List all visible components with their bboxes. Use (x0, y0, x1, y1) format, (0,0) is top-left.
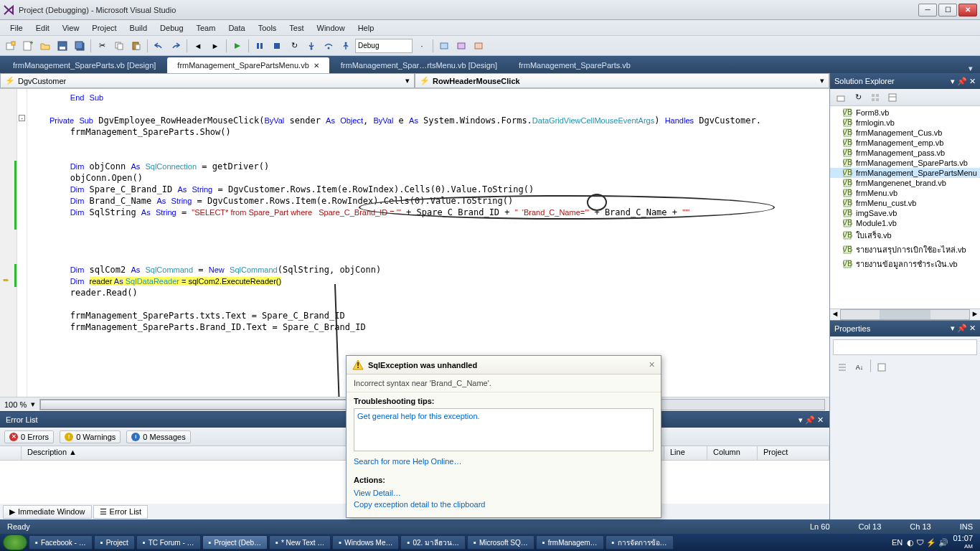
tree-item[interactable]: VBfrmManagement_SparePartsMenu (830, 168, 980, 178)
step-over-button[interactable] (321, 38, 336, 54)
nav-back-button[interactable]: ◄ (190, 38, 206, 54)
exception-close-icon[interactable]: ✕ (649, 360, 655, 369)
doc-tab-3[interactable]: frmManagement_SpareParts.vb (509, 57, 641, 73)
start-button[interactable] (3, 534, 27, 550)
close-tab-icon[interactable]: ✕ (314, 62, 319, 70)
code-editor[interactable]: - ➨ End Sub Private Sub DgvEmployee_RowH… (0, 89, 829, 397)
doc-tab-1[interactable]: frmManagement_SparePartsMenu.vb✕ (167, 57, 329, 73)
panel-pin-icon[interactable]: 📌 (957, 77, 967, 85)
menu-view[interactable]: View (57, 22, 85, 34)
taskbar-button[interactable]: ▪Windows Me… (332, 535, 399, 550)
menu-project[interactable]: Project (86, 22, 122, 34)
errors-filter[interactable]: ✕0 Errors (4, 430, 54, 443)
copy-button[interactable] (111, 38, 127, 54)
menu-edit[interactable]: Edit (30, 22, 55, 34)
tab-immediate[interactable]: ▶Immediate Window (3, 505, 92, 519)
tip-link[interactable]: Get general help for this exception. (357, 412, 480, 420)
method-dropdown[interactable]: ⚡RowHeaderMouseClick▾ (415, 73, 829, 88)
se-showall-button[interactable] (867, 90, 883, 105)
open-button[interactable] (37, 38, 53, 54)
tree-item[interactable]: VBfrmManagement_pass.vb (830, 148, 980, 158)
stop-button[interactable] (269, 38, 285, 54)
props-pages-button[interactable] (874, 359, 890, 375)
save-all-button[interactable] (72, 38, 88, 54)
tree-item[interactable]: VBModule1.vb (830, 218, 980, 228)
undo-button[interactable] (151, 38, 166, 54)
taskbar-button[interactable]: ▪* New Text … (269, 535, 331, 550)
col-project[interactable]: Project (758, 446, 829, 460)
panel-close-icon[interactable]: ✕ (817, 415, 824, 424)
system-tray[interactable]: EN ◐ 🛡 ⚡ 🔊 01:07AM (892, 534, 977, 550)
config-dropdown[interactable]: Debug (355, 39, 413, 53)
minimize-button[interactable]: ─ (918, 4, 937, 17)
lang-indicator[interactable]: EN (892, 538, 903, 547)
tool-a[interactable]: · (414, 38, 430, 54)
se-home-button[interactable] (833, 90, 849, 105)
taskbar-button[interactable]: ▪frmManagem… (536, 535, 604, 550)
menu-help[interactable]: Help (352, 22, 380, 34)
class-dropdown[interactable]: ⚡DgvCustomer▾ (0, 73, 415, 88)
tree-item[interactable]: VBfrmlogin.vb (830, 118, 980, 128)
step-into-button[interactable] (303, 38, 319, 54)
tree-item[interactable]: VBfrmMenu.vb (830, 188, 980, 198)
new-project-button[interactable] (3, 38, 19, 54)
tree-item[interactable]: VBfrmMenu_cust.vb (830, 198, 980, 208)
restart-button[interactable]: ↻ (286, 38, 302, 54)
col-column[interactable]: Column (707, 446, 758, 460)
break-button[interactable] (252, 38, 268, 54)
taskbar-button[interactable]: ▪02. มาลีฮวน… (400, 535, 466, 550)
close-button[interactable]: ✕ (958, 4, 977, 17)
taskbar-button[interactable]: ▪Project (Deb… (202, 535, 268, 550)
menu-window[interactable]: Window (311, 22, 351, 34)
tree-item[interactable]: VBForm8.vb (830, 108, 980, 118)
panel-menu-icon[interactable]: ▾ (951, 324, 955, 332)
solution-tree[interactable]: VBForm8.vbVBfrmlogin.vbVBfrmManagement_C… (830, 106, 980, 309)
step-out-button[interactable] (338, 38, 354, 54)
warnings-filter[interactable]: !0 Warnings (60, 430, 121, 443)
tree-scroll[interactable]: ◄► (830, 309, 980, 320)
tab-error-list[interactable]: ☰Error List (93, 505, 149, 519)
view-detail-link[interactable]: View Detail… (354, 489, 401, 497)
menu-debug[interactable]: Debug (154, 22, 189, 34)
taskbar-button[interactable]: ▪TC Forum - … (136, 535, 201, 550)
panel-pin-icon[interactable]: 📌 (957, 324, 967, 332)
maximize-button[interactable]: ☐ (938, 4, 957, 17)
search-help-link[interactable]: Search for more Help Online… (354, 457, 461, 466)
menu-test[interactable]: Test (283, 22, 309, 34)
taskbar-button[interactable]: ▪Microsoft SQ… (467, 535, 534, 550)
taskbar-button[interactable]: ▪การจัดการข้อ… (606, 535, 674, 550)
cut-button[interactable]: ✂ (94, 38, 110, 54)
menu-file[interactable]: File (4, 22, 29, 34)
panel-close-icon[interactable]: ✕ (969, 77, 976, 85)
doc-tab-2[interactable]: frmManagement_Spar…rtsMenu.vb [Design] (331, 57, 507, 73)
menu-team[interactable]: Team (191, 22, 222, 34)
tool-b[interactable] (436, 38, 452, 54)
se-refresh-button[interactable]: ↻ (850, 90, 866, 105)
copy-exception-link[interactable]: Copy exception detail to the clipboard (354, 500, 485, 509)
tab-overflow-icon[interactable]: ▾ (964, 64, 977, 73)
props-categorized-button[interactable] (834, 359, 850, 375)
nav-fwd-button[interactable]: ► (207, 38, 223, 54)
tree-item[interactable]: VBfrmManagement_Cus.vb (830, 128, 980, 138)
se-properties-button[interactable] (885, 90, 900, 105)
props-alpha-button[interactable]: A↓ (852, 359, 867, 375)
tool-d[interactable] (471, 38, 486, 54)
save-button[interactable] (55, 38, 70, 54)
panel-menu-icon[interactable]: ▾ (798, 415, 803, 424)
tree-item[interactable]: VBfrmManagement_SpareParts.vb (830, 158, 980, 168)
menu-data[interactable]: Data (222, 22, 250, 34)
tray-icons[interactable]: ◐ 🛡 ⚡ 🔊 (907, 538, 948, 547)
tree-item[interactable]: VBfrmMangenenet_brand.vb (830, 178, 980, 188)
zoom-dropdown-icon[interactable]: ▾ (31, 400, 35, 409)
taskbar-button[interactable]: ▪Facebook - … (29, 535, 93, 550)
tree-item[interactable]: VBใบเสร็จ.vb (830, 228, 980, 242)
panel-menu-icon[interactable]: ▾ (951, 77, 955, 85)
add-item-button[interactable]: + (20, 38, 36, 54)
panel-pin-icon[interactable]: 📌 (805, 415, 815, 424)
tips-box[interactable]: Get general help for this exception. (354, 408, 654, 451)
menu-tools[interactable]: Tools (253, 22, 283, 34)
tool-c[interactable] (453, 38, 469, 54)
menu-build[interactable]: Build (124, 22, 153, 34)
tree-item[interactable]: VBรายงานสรุปการเบิกใช้อะไหล่.vb (830, 242, 980, 257)
paste-button[interactable] (128, 38, 144, 54)
